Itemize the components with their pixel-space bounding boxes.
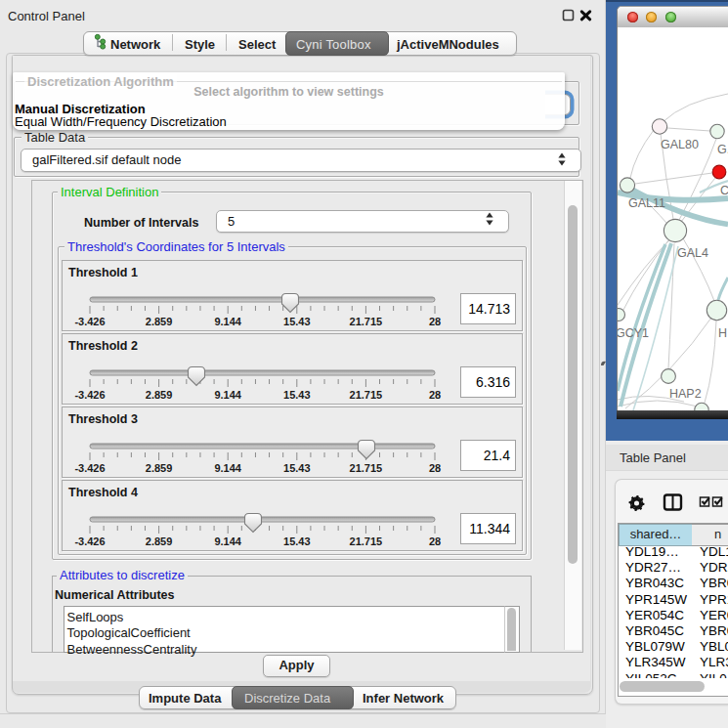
svg-text:15.43: 15.43: [283, 535, 311, 547]
svg-text:9.144: 9.144: [214, 389, 241, 401]
svg-text:2.859: 2.859: [146, 316, 173, 327]
svg-text:C: C: [720, 184, 728, 197]
svg-text:G.: G.: [717, 143, 728, 156]
svg-text:GAL80: GAL80: [661, 138, 699, 151]
svg-text:21.715: 21.715: [350, 535, 383, 547]
svg-text:21.715: 21.715: [350, 316, 383, 327]
svg-text:28: 28: [429, 316, 441, 327]
svg-text:2.859: 2.859: [146, 535, 173, 547]
svg-text:9.144: 9.144: [214, 316, 241, 327]
svg-text:-3.426: -3.426: [74, 316, 105, 327]
svg-text:21.715: 21.715: [350, 462, 383, 474]
svg-text:-3.426: -3.426: [74, 462, 105, 474]
svg-text:9.144: 9.144: [214, 535, 241, 547]
svg-text:28: 28: [429, 389, 441, 401]
svg-text:15.43: 15.43: [283, 389, 311, 401]
svg-text:2.859: 2.859: [146, 462, 173, 474]
svg-text:15.43: 15.43: [283, 316, 311, 327]
svg-text:28: 28: [429, 462, 441, 474]
svg-text:HAP2: HAP2: [669, 387, 702, 401]
svg-text:15.43: 15.43: [283, 462, 311, 474]
svg-text:9.144: 9.144: [214, 462, 241, 474]
svg-text:GAL11: GAL11: [628, 196, 665, 210]
svg-text:H: H: [718, 326, 727, 340]
svg-text:GCY1: GCY1: [618, 326, 649, 340]
svg-text:2.859: 2.859: [146, 389, 173, 401]
svg-text:-3.426: -3.426: [74, 535, 105, 547]
svg-text:GAL4: GAL4: [677, 246, 708, 260]
svg-text:-3.426: -3.426: [74, 389, 105, 401]
svg-text:21.715: 21.715: [350, 389, 383, 401]
svg-text:28: 28: [429, 535, 441, 547]
